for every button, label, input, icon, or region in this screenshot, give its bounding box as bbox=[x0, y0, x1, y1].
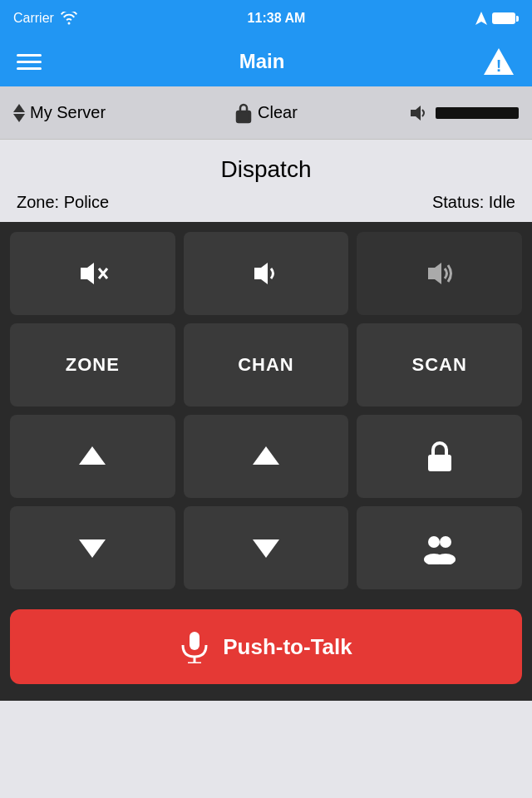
volume-down-icon bbox=[248, 255, 284, 292]
sort-icon bbox=[13, 104, 25, 122]
svg-marker-9 bbox=[428, 263, 441, 284]
zone-up-button[interactable] bbox=[10, 415, 175, 498]
zone-label: Zone: Police bbox=[17, 193, 109, 212]
volume-up-icon bbox=[421, 255, 458, 292]
dispatch-title: Dispatch bbox=[13, 156, 519, 183]
svg-rect-3 bbox=[237, 111, 250, 122]
clear-label: Clear bbox=[258, 103, 298, 122]
volume-toolbar-icon bbox=[407, 103, 429, 123]
lock-button[interactable] bbox=[357, 415, 522, 498]
svg-marker-14 bbox=[253, 539, 279, 558]
svg-point-15 bbox=[428, 536, 440, 548]
group-button[interactable] bbox=[357, 506, 522, 589]
location-icon bbox=[475, 12, 487, 25]
main-content: Dispatch Zone: Police Status: Idle bbox=[0, 140, 532, 222]
nav-title: Main bbox=[239, 50, 285, 73]
mute-icon bbox=[74, 255, 111, 292]
chan-up-button[interactable] bbox=[184, 415, 349, 498]
clear-button[interactable]: Clear bbox=[182, 102, 351, 124]
svg-marker-10 bbox=[79, 446, 106, 465]
volume-down-button[interactable] bbox=[184, 232, 349, 315]
nav-bar: Main ! bbox=[0, 37, 532, 86]
volume-up-button[interactable] bbox=[357, 232, 522, 315]
chan-button[interactable]: CHAN bbox=[184, 323, 349, 406]
microphone-icon bbox=[180, 630, 209, 663]
svg-text:!: ! bbox=[496, 57, 502, 75]
battery-icon bbox=[492, 12, 519, 24]
group-icon bbox=[421, 531, 459, 564]
warning-triangle-icon: ! bbox=[482, 45, 515, 78]
wifi-icon bbox=[61, 12, 77, 25]
hamburger-menu-button[interactable] bbox=[17, 54, 42, 70]
lock-small-icon bbox=[234, 102, 253, 124]
volume-bar[interactable] bbox=[436, 107, 519, 119]
mute-button[interactable] bbox=[10, 232, 175, 315]
status-label: Status: Idle bbox=[432, 193, 515, 212]
zone-button[interactable]: ZONE bbox=[10, 323, 175, 406]
scan-button[interactable]: SCAN bbox=[357, 323, 522, 406]
status-bar-right bbox=[475, 12, 519, 25]
svg-marker-13 bbox=[79, 539, 106, 558]
zone-status-bar: Zone: Police Status: Idle bbox=[13, 193, 519, 212]
status-bar-left: Carrier bbox=[13, 11, 77, 26]
ptt-container: Push-to-Talk bbox=[0, 599, 532, 701]
button-grid: ZONE CHAN SCAN bbox=[0, 222, 532, 599]
status-bar-time: 11:38 AM bbox=[248, 11, 306, 26]
lock-icon bbox=[423, 438, 456, 475]
svg-marker-0 bbox=[475, 12, 487, 25]
ptt-button[interactable]: Push-to-Talk bbox=[10, 609, 522, 684]
svg-rect-12 bbox=[428, 455, 451, 471]
svg-point-16 bbox=[440, 536, 451, 548]
server-selector[interactable]: My Server bbox=[13, 103, 182, 122]
svg-marker-4 bbox=[411, 106, 421, 121]
svg-marker-8 bbox=[254, 263, 268, 284]
server-label: My Server bbox=[30, 103, 106, 122]
svg-marker-11 bbox=[253, 446, 279, 465]
zone-up-icon bbox=[74, 438, 111, 475]
status-bar: Carrier 11:38 AM bbox=[0, 0, 532, 37]
volume-control bbox=[350, 103, 519, 123]
zone-down-button[interactable] bbox=[10, 506, 175, 589]
chan-down-button[interactable] bbox=[184, 506, 349, 589]
ptt-label: Push-to-Talk bbox=[223, 634, 352, 660]
toolbar: My Server Clear bbox=[0, 86, 532, 140]
carrier-label: Carrier bbox=[13, 11, 54, 26]
zone-down-icon bbox=[74, 530, 111, 566]
svg-marker-5 bbox=[81, 263, 94, 284]
chan-up-icon bbox=[248, 438, 284, 475]
chan-down-icon bbox=[248, 530, 284, 566]
svg-rect-19 bbox=[190, 632, 200, 650]
warning-button[interactable]: ! bbox=[482, 45, 515, 78]
